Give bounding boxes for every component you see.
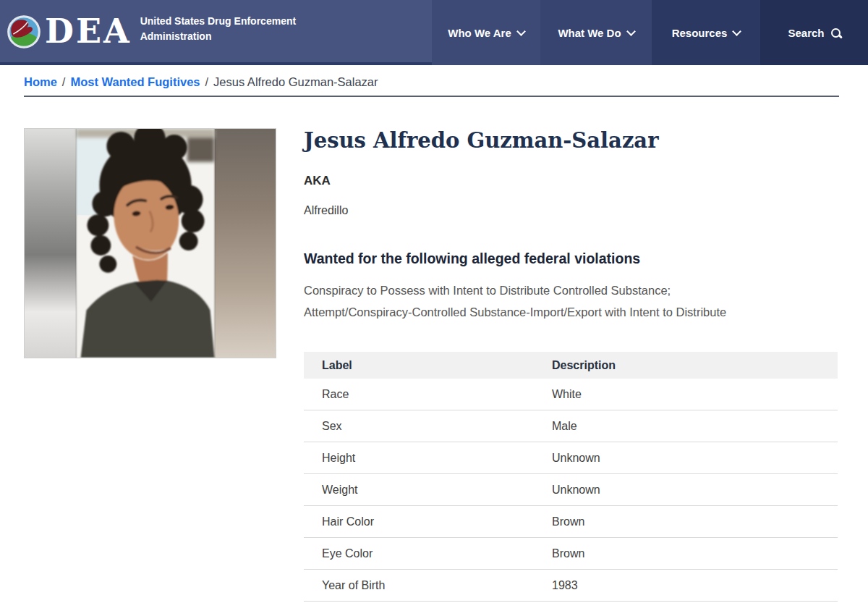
row-label: Height — [304, 442, 534, 474]
nav-item-label: Search — [788, 27, 824, 39]
violations-text: Conspiracy to Possess with Intent to Dis… — [304, 279, 838, 323]
table-row: RaceWhite — [304, 379, 838, 410]
table-body: RaceWhiteSexMaleHeightUnknownWeightUnkno… — [304, 379, 838, 602]
nav-item-what-we-do[interactable]: What We Do — [540, 0, 652, 65]
violation-line-1: Conspiracy to Possess with Intent to Dis… — [304, 284, 671, 297]
row-value: Unknown — [534, 442, 838, 474]
table-row: WeightUnknown — [304, 474, 838, 506]
table-row: Year of Birth1983 — [304, 570, 838, 602]
aka-value: Alfredillo — [304, 203, 838, 218]
nav-item-resources[interactable]: Resources — [652, 0, 760, 65]
row-label: Eye Color — [304, 538, 534, 570]
violations-heading: Wanted for the following alleged federal… — [304, 250, 838, 267]
fugitive-details: Jesus Alfredo Guzman-Salazar AKA Alfredi… — [304, 97, 838, 602]
nav-item-who-we-are[interactable]: Who We Are — [432, 0, 540, 65]
agency-line2: Administration — [140, 29, 296, 44]
logo-acronym: DEA — [45, 0, 132, 62]
table-header-description: Description — [534, 352, 838, 379]
table-header-row: LabelDescription — [304, 352, 838, 379]
search-icon — [831, 28, 841, 38]
row-label: Year of Birth — [304, 570, 534, 602]
row-value: Male — [534, 410, 838, 442]
agency-name: United States Drug Enforcement Administr… — [140, 14, 296, 44]
row-label: Hair Color — [304, 506, 534, 538]
page-title: Jesus Alfredo Guzman-Salazar — [304, 97, 838, 153]
chevron-down-icon — [732, 27, 741, 36]
table-row: Eye ColorBrown — [304, 538, 838, 570]
row-label: Race — [304, 379, 534, 410]
table-head: LabelDescription — [304, 352, 838, 379]
breadcrumb-separator: / — [62, 75, 66, 88]
row-value: 1983 — [534, 570, 838, 602]
table-row: Hair ColorBrown — [304, 506, 838, 538]
row-value: White — [534, 379, 838, 410]
row-value: Unknown — [534, 474, 838, 506]
table-row: HeightUnknown — [304, 442, 838, 474]
nav-item-search[interactable]: Search — [760, 0, 868, 65]
row-label: Weight — [304, 474, 534, 506]
nav-item-label: What We Do — [558, 27, 621, 39]
dea-most-wanted-page: DEA United States Drug Enforcement Admin… — [0, 0, 868, 603]
nav-item-label: Who We Are — [448, 27, 511, 39]
violation-line-2: Attempt/Conspiracy-Controlled Substance-… — [304, 305, 726, 319]
breadcrumb-link-home[interactable]: Home — [24, 75, 57, 88]
dea-seal-icon — [7, 15, 41, 49]
agency-line1: United States Drug Enforcement — [140, 14, 296, 29]
nav-item-label: Resources — [672, 27, 728, 39]
dea-logo[interactable]: DEA United States Drug Enforcement Admin… — [7, 0, 296, 62]
chevron-down-icon — [516, 27, 526, 36]
site-header: DEA United States Drug Enforcement Admin… — [0, 0, 868, 65]
breadcrumb: Home/Most Wanted Fugitives/Jesus Alfredo… — [0, 65, 868, 89]
aka-heading: AKA — [304, 173, 838, 188]
row-value: Brown — [534, 538, 838, 570]
row-value: Brown — [534, 506, 838, 538]
breadcrumb-separator: / — [205, 75, 209, 88]
fugitive-photo-illustration — [25, 129, 276, 358]
fugitive-photo — [24, 128, 276, 358]
row-label: Sex — [304, 410, 534, 442]
table-row: SexMale — [304, 410, 838, 442]
breadcrumb-current: Jesus Alfredo Guzman-Salazar — [213, 75, 378, 88]
main-nav: Who We AreWhat We DoResourcesSearch — [432, 0, 868, 65]
chevron-down-icon — [626, 27, 636, 36]
table-header-label: Label — [304, 352, 534, 379]
details-table: LabelDescriptionRaceWhiteSexMaleHeightUn… — [304, 352, 838, 602]
breadcrumb-link-most-wanted-fugitives[interactable]: Most Wanted Fugitives — [70, 75, 200, 88]
